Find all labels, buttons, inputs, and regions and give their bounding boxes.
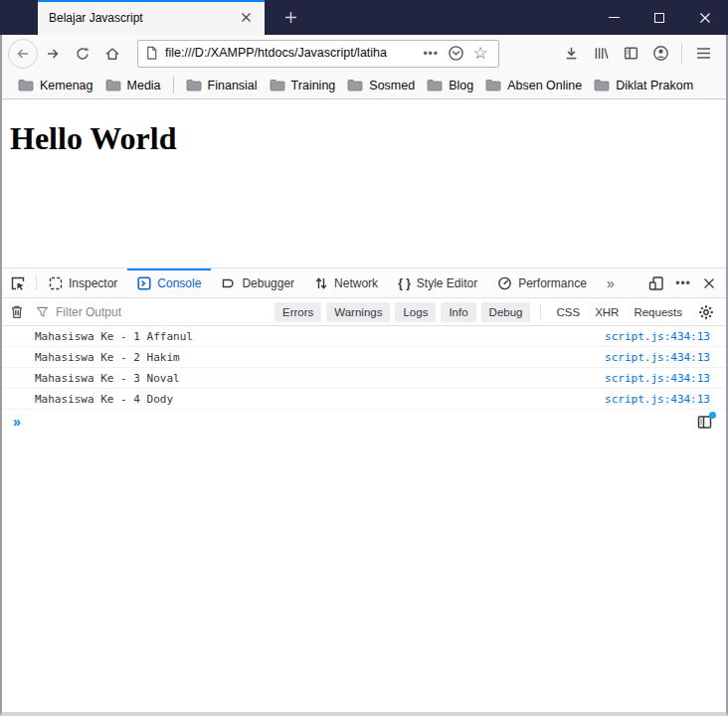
console-message-text: Mahasiswa Ke - 2 Hakim xyxy=(35,351,180,364)
console-source-link[interactable]: script.js:434:13 xyxy=(605,330,710,343)
folder-icon xyxy=(485,79,501,91)
filter-xhr-button[interactable]: XHR xyxy=(590,302,624,322)
funnel-icon xyxy=(36,305,49,318)
plus-icon xyxy=(284,11,297,24)
folder-icon xyxy=(347,79,363,91)
reload-button[interactable] xyxy=(68,39,97,69)
back-button[interactable] xyxy=(8,39,38,69)
bookmark-folder-sosmed[interactable]: Sosmed xyxy=(341,76,421,95)
home-button[interactable] xyxy=(97,39,127,69)
downloads-button[interactable] xyxy=(556,39,586,69)
console-message-row: Mahasiswa Ke - 3 Noval script.js:434:13 xyxy=(2,368,726,389)
console-source-link[interactable]: script.js:434:13 xyxy=(605,351,710,364)
maximize-icon xyxy=(654,13,664,23)
devtools-menu-button[interactable]: ••• xyxy=(670,270,696,296)
navigation-toolbar: file:///D:/XAMPP/htdocs/Javascript/latih… xyxy=(2,35,726,72)
tab-style-editor[interactable]: { } Style Editor xyxy=(388,268,487,297)
clear-console-button[interactable] xyxy=(8,300,25,324)
pick-element-button[interactable] xyxy=(2,268,34,297)
braces-icon: { } xyxy=(398,276,411,290)
filter-requests-button[interactable]: Requests xyxy=(629,302,687,322)
console-output: Mahasiswa Ke - 1 Affanul script.js:434:1… xyxy=(2,326,726,410)
pick-element-icon xyxy=(10,275,26,291)
tab-inspector[interactable]: Inspector xyxy=(39,268,127,297)
tab-label: Inspector xyxy=(69,276,117,290)
folder-icon xyxy=(105,79,121,91)
account-icon xyxy=(652,45,669,62)
console-empty-area xyxy=(2,434,726,712)
bookmark-folder-kemenag[interactable]: Kemenag xyxy=(12,76,99,95)
tab-close-button[interactable] xyxy=(235,7,257,29)
back-arrow-icon xyxy=(15,46,31,62)
filter-warnings-button[interactable]: Warnings xyxy=(326,302,390,322)
bookmark-folder-diklat-prakom[interactable]: Diklat Prakom xyxy=(588,76,699,95)
responsive-design-button[interactable] xyxy=(642,270,670,296)
page-heading: Hello World xyxy=(2,99,726,157)
close-icon xyxy=(703,277,715,289)
filter-css-button[interactable]: CSS xyxy=(551,302,585,322)
tab-performance[interactable]: Performance xyxy=(487,268,597,297)
forward-button[interactable] xyxy=(38,39,68,69)
performance-icon xyxy=(497,275,512,290)
bookmark-label: Sosmed xyxy=(369,79,415,92)
maximize-button[interactable] xyxy=(637,0,682,35)
console-message-row: Mahasiswa Ke - 1 Affanul script.js:434:1… xyxy=(2,326,726,347)
close-window-button[interactable] xyxy=(682,0,728,35)
more-tabs-button[interactable]: » xyxy=(597,268,625,297)
bookmark-star-button[interactable]: ☆ xyxy=(468,42,492,66)
url-bar[interactable]: file:///D:/XAMPP/htdocs/Javascript/latih… xyxy=(137,40,499,68)
console-source-link[interactable]: script.js:434:13 xyxy=(605,393,710,406)
tab-debugger[interactable]: Debugger xyxy=(211,268,304,297)
folder-icon xyxy=(270,79,285,91)
filter-logs-button[interactable]: Logs xyxy=(395,302,436,322)
title-bar: Belajar Javascript xyxy=(0,0,728,35)
forward-arrow-icon xyxy=(45,46,61,62)
console-icon xyxy=(137,276,151,290)
tab-title: Belajar Javascript xyxy=(49,11,235,25)
library-icon xyxy=(593,45,610,62)
console-message-text: Mahasiswa Ke - 4 Dody xyxy=(35,393,173,406)
hamburger-icon xyxy=(696,47,711,60)
bookmark-label: Finansial xyxy=(208,79,258,92)
console-source-link[interactable]: script.js:434:13 xyxy=(605,372,710,385)
trash-icon xyxy=(10,304,24,319)
browser-tab[interactable]: Belajar Javascript xyxy=(38,0,265,35)
filter-info-button[interactable]: Info xyxy=(441,302,475,322)
bookmark-folder-absen-online[interactable]: Absen Online xyxy=(479,76,588,95)
bookmark-label: Media xyxy=(127,79,161,92)
tab-label: Network xyxy=(334,276,378,290)
tab-network[interactable]: Network xyxy=(304,268,388,297)
tab-console[interactable]: Console xyxy=(127,268,211,297)
bookmarks-bar: Kemenag Media Finansial Training Sosmed xyxy=(2,72,726,99)
filter-output-input[interactable] xyxy=(56,305,274,319)
page-actions-button[interactable]: ••• xyxy=(419,47,443,61)
debugger-icon xyxy=(221,276,236,290)
bookmark-label: Training xyxy=(291,79,336,92)
menu-button[interactable] xyxy=(688,39,718,69)
filter-debug-button[interactable]: Debug xyxy=(481,302,531,322)
page-content: Hello World xyxy=(2,99,726,268)
console-input-row[interactable]: » xyxy=(2,410,726,434)
minimize-button[interactable] xyxy=(591,0,637,35)
star-icon: ☆ xyxy=(472,43,487,64)
library-button[interactable] xyxy=(586,39,616,69)
console-sidebar-toggle-button[interactable] xyxy=(694,412,716,432)
bookmark-label: Blog xyxy=(449,79,473,92)
bookmark-folder-training[interactable]: Training xyxy=(264,76,342,95)
folder-icon xyxy=(186,79,202,91)
home-icon xyxy=(104,46,120,62)
pocket-button[interactable] xyxy=(443,42,468,66)
close-devtools-button[interactable] xyxy=(696,270,722,296)
bookmark-folder-blog[interactable]: Blog xyxy=(421,76,479,95)
bookmark-folder-media[interactable]: Media xyxy=(99,76,167,95)
bookmarks-separator xyxy=(173,77,174,93)
tab-strip-spacer xyxy=(0,0,38,35)
new-tab-button[interactable] xyxy=(274,0,306,35)
console-settings-button[interactable] xyxy=(692,299,720,325)
close-icon xyxy=(699,12,711,24)
filter-errors-button[interactable]: Errors xyxy=(274,302,321,322)
sidebar-toggle-button[interactable] xyxy=(616,39,645,69)
console-message-text: Mahasiswa Ke - 3 Noval xyxy=(35,372,180,385)
bookmark-folder-finansial[interactable]: Finansial xyxy=(180,76,264,95)
account-button[interactable] xyxy=(645,39,675,69)
